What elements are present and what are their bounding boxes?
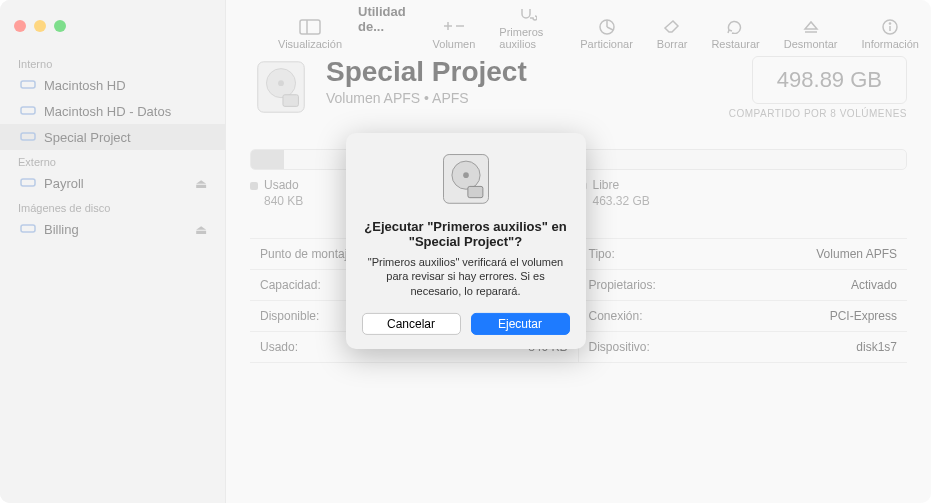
info-icon <box>882 18 898 36</box>
free-label: Libre <box>593 178 620 192</box>
window-controls[interactable] <box>0 20 66 32</box>
sidebar-item[interactable]: Macintosh HD <box>0 72 225 98</box>
volume-size: 498.89 GB <box>752 56 907 104</box>
used-k: Usado: <box>260 340 298 354</box>
info-label: Información <box>862 38 919 50</box>
sidebar: InternoMacintosh HDMacintosh HD - DatosS… <box>0 0 226 503</box>
restore-button[interactable]: Restaurar <box>699 2 771 50</box>
type-k: Tipo: <box>589 247 615 261</box>
mount-k: Punto de montaje: <box>260 247 357 261</box>
view-label: Visualización <box>278 38 342 50</box>
unmount-label: Desmontar <box>784 38 838 50</box>
dialog-body: "Primeros auxilios" verificará el volume… <box>362 254 570 299</box>
conn-v: PCI-Express <box>830 309 897 323</box>
sidebar-item[interactable]: Macintosh HD - Datos <box>0 98 225 124</box>
svg-rect-14 <box>21 179 35 186</box>
capacity-k: Capacidad: <box>260 278 321 292</box>
partition-button[interactable]: Particionar <box>568 2 645 50</box>
owners-v: Activado <box>851 278 897 292</box>
run-button[interactable]: Ejecutar <box>471 313 570 335</box>
info-button[interactable]: Información <box>850 2 931 50</box>
minimize-icon[interactable] <box>34 20 46 32</box>
drive-icon <box>436 148 496 208</box>
svg-line-7 <box>607 27 613 30</box>
device-v: disk1s7 <box>856 340 897 354</box>
pie-icon <box>599 18 615 36</box>
conn-k: Conexión: <box>589 309 643 323</box>
unmount-button[interactable]: Desmontar <box>772 2 850 50</box>
cancel-button[interactable]: Cancelar <box>362 313 461 335</box>
svg-rect-12 <box>21 107 35 114</box>
sidebar-header: Externo <box>0 150 225 170</box>
disk-icon <box>18 104 38 119</box>
disk-icon <box>18 222 38 237</box>
sidebar-item-label: Macintosh HD <box>44 78 126 93</box>
sidebar-item[interactable]: Special Project <box>0 124 225 150</box>
svg-point-10 <box>890 23 891 24</box>
erase-button[interactable]: Borrar <box>645 2 700 50</box>
svg-rect-0 <box>300 20 320 34</box>
svg-point-18 <box>278 80 284 86</box>
svg-rect-13 <box>21 133 35 140</box>
volume-subtitle: Volumen APFS • APFS <box>326 90 729 106</box>
svg-rect-23 <box>467 186 482 197</box>
svg-point-22 <box>463 172 469 178</box>
volume-icon <box>250 56 312 118</box>
svg-rect-11 <box>21 81 35 88</box>
sidebar-header: Interno <box>0 52 225 72</box>
sidebar-item[interactable]: Payroll⏏ <box>0 170 225 196</box>
close-icon[interactable] <box>14 20 26 32</box>
volume-label: Volumen <box>433 38 476 50</box>
erase-label: Borrar <box>657 38 688 50</box>
eraser-icon <box>663 18 681 36</box>
stethoscope-icon <box>519 6 537 24</box>
type-v: Volumen APFS <box>816 247 897 261</box>
sidebar-icon <box>299 18 321 36</box>
sidebar-item-label: Special Project <box>44 130 131 145</box>
free-value: 463.32 GB <box>579 194 908 208</box>
app-title: Utilidad de... <box>354 4 421 34</box>
svg-rect-19 <box>283 95 299 107</box>
partition-label: Particionar <box>580 38 633 50</box>
volume-button[interactable]: Volumen <box>421 2 488 50</box>
sidebar-item-label: Billing <box>44 222 79 237</box>
plus-minus-icon <box>443 18 465 36</box>
volume-shared: COMPARTIDO POR 8 VOLÚMENES <box>729 108 907 119</box>
eject-icon <box>803 18 819 36</box>
sidebar-item-label: Payroll <box>44 176 84 191</box>
disk-icon <box>18 78 38 93</box>
sidebar-header: Imágenes de disco <box>0 196 225 216</box>
volume-name: Special Project <box>326 56 729 88</box>
eject-icon[interactable]: ⏏ <box>195 222 207 237</box>
owners-k: Propietarios: <box>589 278 656 292</box>
dialog-title: ¿Ejecutar "Primeros auxilios" en "Specia… <box>362 218 570 248</box>
disk-icon <box>18 130 38 145</box>
sidebar-item[interactable]: Billing⏏ <box>0 216 225 242</box>
restore-label: Restaurar <box>711 38 759 50</box>
sidebar-item-label: Macintosh HD - Datos <box>44 104 171 119</box>
avail-k: Disponible: <box>260 309 319 323</box>
view-button[interactable]: Visualización <box>266 2 354 50</box>
first-aid-button[interactable]: Primeros auxilios <box>487 2 568 50</box>
first-aid-dialog: ¿Ejecutar "Primeros auxilios" en "Specia… <box>346 132 586 349</box>
zoom-icon[interactable] <box>54 20 66 32</box>
first-aid-label: Primeros auxilios <box>499 26 556 50</box>
restore-icon <box>727 18 745 36</box>
device-k: Dispositivo: <box>589 340 650 354</box>
disk-icon <box>18 176 38 191</box>
eject-icon[interactable]: ⏏ <box>195 176 207 191</box>
used-label: Usado <box>264 178 299 192</box>
svg-rect-15 <box>21 225 35 232</box>
